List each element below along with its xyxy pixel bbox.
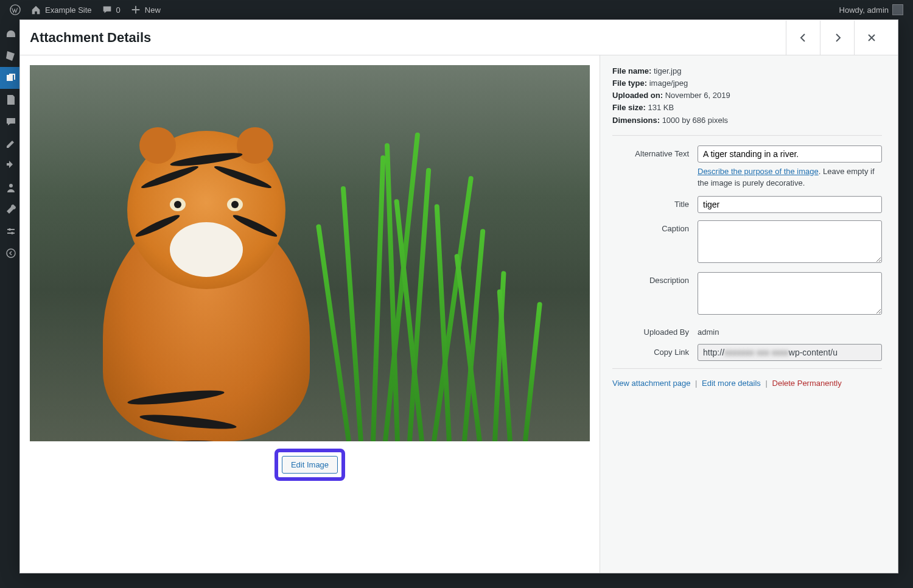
menu-dashboard[interactable] [0,23,22,45]
svg-point-3 [11,232,13,234]
file-type-value: image/jpeg [649,79,688,88]
wp-logo[interactable] [5,4,26,15]
menu-appearance[interactable] [0,133,22,155]
admin-side-menu [0,19,22,588]
copy-link-field[interactable]: http://xxxxxxx xxx xxxxwp-content/u [698,344,882,361]
uploaded-on-value: November 6, 2019 [665,91,730,100]
file-type-label: File type: [612,79,647,88]
title-label: Title [612,196,698,213]
file-name-label: File name: [612,66,651,75]
comments-count: 0 [116,5,121,15]
site-name-text: Example Site [45,5,92,15]
modal-header: Attachment Details [20,20,898,55]
howdy-link[interactable]: Howdy, admin [834,4,908,15]
description-input[interactable] [698,272,882,315]
copy-link-suffix: wp-content/u [789,348,838,357]
menu-users[interactable] [0,177,22,198]
alt-text-help-link[interactable]: Describe the purpose of the image [698,167,819,176]
close-modal-button[interactable] [854,21,888,55]
admin-bar: Example Site 0 New Howdy, admin [0,0,913,19]
close-icon [866,32,878,44]
copy-link-label: Copy Link [612,344,698,361]
svg-point-4 [7,249,15,257]
menu-comments[interactable] [0,111,22,133]
attachment-details-modal: Attachment Details [19,19,898,573]
alt-text-label: Alternative Text [612,145,698,189]
attachment-actions: View attachment page | Edit more details… [612,379,882,388]
plus-icon [130,4,141,15]
edit-more-link[interactable]: Edit more details [702,379,761,388]
modal-title: Attachment Details [30,30,786,46]
next-attachment-button[interactable] [820,21,854,55]
new-label: New [145,5,161,15]
view-attachment-link[interactable]: View attachment page [612,379,690,388]
file-size-value: 131 KB [648,103,674,112]
edit-image-highlight: Edit Image [275,449,345,481]
chevron-left-icon [797,32,810,44]
menu-pages[interactable] [0,89,22,111]
alt-text-input[interactable] [698,145,882,163]
howdy-text: Howdy, admin [839,5,889,15]
avatar [892,4,903,15]
delete-permanently-link[interactable]: Delete Permanently [772,379,842,388]
menu-media[interactable] [0,67,22,89]
comments-link[interactable]: 0 [97,4,125,15]
uploaded-by-label: Uploaded By [612,324,698,337]
caption-input[interactable] [698,220,882,263]
file-size-label: File size: [612,103,646,112]
attachment-image-preview [30,65,590,441]
dimensions-label: Dimensions: [612,116,660,125]
title-input[interactable] [698,196,882,213]
chevron-right-icon [831,32,844,44]
copy-link-redacted: xxxxxxx xxx xxxx [724,348,789,357]
prev-attachment-button[interactable] [786,21,820,55]
file-name-value: tiger.jpg [654,66,682,75]
comment-icon [102,4,113,15]
caption-label: Caption [612,220,698,265]
menu-tools[interactable] [0,198,22,220]
new-content-link[interactable]: New [125,4,166,15]
menu-collapse[interactable] [0,242,22,264]
menu-plugins[interactable] [0,155,22,177]
copy-link-prefix: http:// [703,348,724,357]
alt-text-help: Describe the purpose of the image. Leave… [698,166,882,189]
site-name-link[interactable]: Example Site [26,4,97,15]
home-icon [30,4,41,15]
dimensions-value: 1000 by 686 pixels [662,116,728,125]
uploaded-on-label: Uploaded on: [612,91,663,100]
media-preview-column: Edit Image [20,55,600,573]
menu-settings[interactable] [0,220,22,242]
edit-image-button[interactable]: Edit Image [282,456,338,474]
menu-posts[interactable] [0,45,22,67]
wordpress-icon [10,4,21,15]
uploaded-by-value: admin [698,324,882,337]
description-label: Description [612,272,698,317]
svg-point-2 [9,228,11,231]
svg-point-1 [9,184,13,187]
attachment-info-column: File name: tiger.jpg File type: image/jp… [600,55,898,573]
svg-point-0 [10,5,20,15]
attachment-meta: File name: tiger.jpg File type: image/jp… [612,65,882,127]
